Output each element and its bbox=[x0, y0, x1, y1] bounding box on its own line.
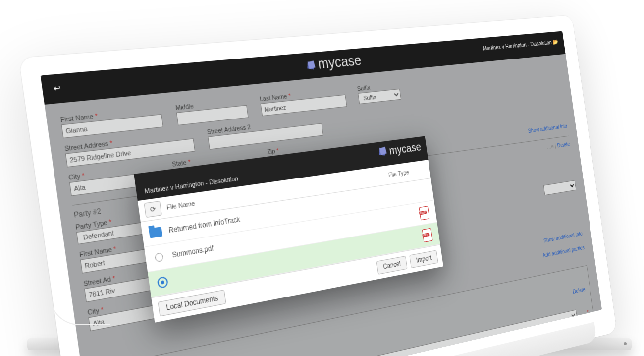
cancel-button[interactable]: Cancel bbox=[376, 256, 407, 275]
back-icon[interactable]: ↩ bbox=[53, 83, 62, 94]
modal-brand: mycase bbox=[377, 140, 422, 159]
pdf-icon bbox=[422, 228, 433, 242]
import-button[interactable]: Import bbox=[409, 250, 438, 268]
monitor: ↩ mycase Martinez v Harrington - Dissolu… bbox=[15, 0, 609, 342]
folder-open-icon: 📂 bbox=[552, 39, 559, 45]
folder-icon bbox=[149, 227, 162, 238]
radio-unselected-icon[interactable] bbox=[155, 252, 164, 262]
radio-selected-icon[interactable] bbox=[157, 276, 168, 289]
pdf-icon bbox=[419, 206, 430, 220]
col-file-type: File Type bbox=[388, 166, 430, 178]
brand-logo: mycase bbox=[305, 52, 362, 74]
case-title: Martinez v Harrington - Dissolution 📂 bbox=[483, 39, 559, 52]
refresh-button[interactable]: ⟳ bbox=[144, 201, 162, 218]
app-screen: ↩ mycase Martinez v Harrington - Dissolu… bbox=[41, 31, 602, 356]
